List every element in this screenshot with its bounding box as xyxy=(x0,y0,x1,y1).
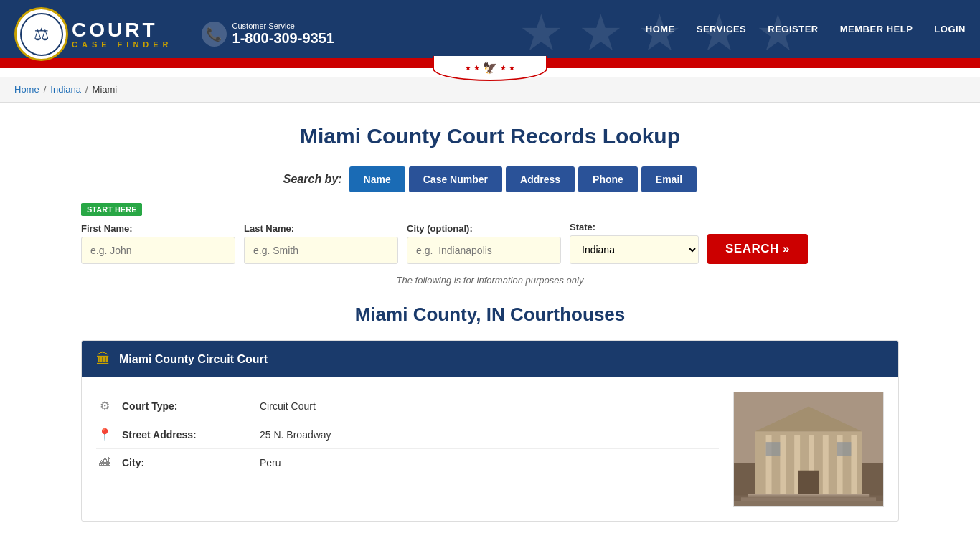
city-icon: 🏙 xyxy=(96,456,113,469)
last-name-label: Last Name: xyxy=(244,223,398,234)
courthouse-icon: 🏛 xyxy=(96,351,110,367)
courthouses-title: Miami County, IN Courthouses xyxy=(81,303,899,326)
address-icon: 📍 xyxy=(96,428,113,441)
state-group: State: Indiana xyxy=(570,222,699,264)
phone-number: 1-800-309-9351 xyxy=(232,30,334,46)
city-label: City (optional): xyxy=(407,223,561,234)
breadcrumb: Home / Indiana / Miami xyxy=(14,84,966,95)
breadcrumb-current: Miami xyxy=(93,84,118,95)
tab-case-number[interactable]: Case Number xyxy=(409,166,502,192)
last-name-group: Last Name: xyxy=(244,223,398,264)
courthouse-body: ⚙ Court Type: Circuit Court 📍 Street Add… xyxy=(82,377,898,521)
main-nav: HOME SERVICES REGISTER MEMBER HELP LOGIN xyxy=(646,24,966,45)
logo-text: COURT CASE FINDER xyxy=(72,20,173,49)
city-value: Peru xyxy=(260,457,281,468)
city-row: 🏙 City: Peru xyxy=(96,449,719,476)
street-address-label: Street Address: xyxy=(122,429,251,441)
city-label-row: City: xyxy=(122,457,251,468)
page-title: Miami County Court Records Lookup xyxy=(81,124,899,149)
courthouse-image xyxy=(733,392,884,507)
breadcrumb-home[interactable]: Home xyxy=(14,84,39,95)
search-by-label: Search by: xyxy=(283,173,342,186)
courthouse-card: 🏛 Miami County Circuit Court ⚙ Court Typ… xyxy=(81,340,899,522)
phone-icon: 📞 xyxy=(202,22,227,47)
breadcrumb-sep-1: / xyxy=(44,84,47,95)
search-form: First Name: Last Name: City (optional): … xyxy=(81,222,899,264)
city-group: City (optional): xyxy=(407,223,561,264)
court-type-icon: ⚙ xyxy=(96,399,113,413)
nav-services[interactable]: SERVICES xyxy=(697,24,747,34)
search-by-row: Search by: Name Case Number Address Phon… xyxy=(81,166,899,192)
phone-text: Customer Service 1-800-309-9351 xyxy=(232,22,334,47)
nav-home[interactable]: HOME xyxy=(646,24,675,34)
nav-member-help[interactable]: MEMBER HELP xyxy=(840,24,913,34)
logo-court-text: COURT xyxy=(72,20,173,40)
building-illustration xyxy=(734,392,883,507)
street-address-value: 25 N. Broadway xyxy=(260,429,331,441)
first-name-label: First Name: xyxy=(81,223,235,234)
site-header: ★ ★ ★ ★ ★ ⚖ COURT CASE FINDER 📞 Customer… xyxy=(0,0,980,68)
state-label: State: xyxy=(570,222,699,232)
info-note: The following is for information purpose… xyxy=(81,275,899,286)
last-name-input[interactable] xyxy=(244,237,398,264)
customer-service-label: Customer Service xyxy=(232,22,334,30)
state-select[interactable]: Indiana xyxy=(570,235,699,264)
tab-phone[interactable]: Phone xyxy=(578,166,638,192)
breadcrumb-sep-2: / xyxy=(85,84,88,95)
courthouse-header: 🏛 Miami County Circuit Court xyxy=(82,341,898,377)
tab-email[interactable]: Email xyxy=(641,166,697,192)
court-type-value: Circuit Court xyxy=(260,400,316,412)
eagle-ribbon: ★ ★ 🦅 ★ ★ xyxy=(433,56,547,81)
court-type-row: ⚙ Court Type: Circuit Court xyxy=(96,392,719,420)
eagle-stars: ★ ★ 🦅 ★ ★ xyxy=(465,61,515,75)
main-content: Miami County Court Records Lookup Search… xyxy=(60,103,920,550)
start-here-badge: START HERE xyxy=(81,203,142,216)
logo-emblem: ⚖ xyxy=(20,13,63,56)
logo-finder-text: CASE FINDER xyxy=(72,40,173,49)
search-button[interactable]: SEARCH » xyxy=(707,234,808,264)
city-input[interactable] xyxy=(407,237,561,264)
svg-rect-19 xyxy=(734,392,883,506)
tab-address[interactable]: Address xyxy=(506,166,575,192)
nav-register[interactable]: REGISTER xyxy=(768,24,818,34)
street-address-row: 📍 Street Address: 25 N. Broadway xyxy=(96,420,719,449)
courthouse-info: ⚙ Court Type: Circuit Court 📍 Street Add… xyxy=(96,392,719,507)
court-type-label: Court Type: xyxy=(122,400,251,412)
nav-login[interactable]: LOGIN xyxy=(934,24,966,34)
courthouse-name-link[interactable]: Miami County Circuit Court xyxy=(119,353,268,366)
breadcrumb-indiana[interactable]: Indiana xyxy=(50,84,81,95)
logo-circle: ⚖ xyxy=(14,7,68,61)
first-name-group: First Name: xyxy=(81,223,235,264)
tab-name[interactable]: Name xyxy=(349,166,405,192)
logo-area: ⚖ COURT CASE FINDER xyxy=(14,7,173,61)
customer-service-area: 📞 Customer Service 1-800-309-9351 xyxy=(202,22,334,47)
search-form-container: START HERE First Name: Last Name: City (… xyxy=(81,203,899,264)
first-name-input[interactable] xyxy=(81,237,235,264)
